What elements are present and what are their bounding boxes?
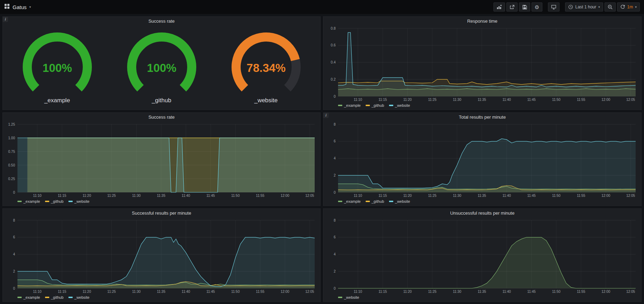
panel-title[interactable]: Success rate xyxy=(148,18,175,24)
panel-info-icon[interactable]: i xyxy=(3,17,8,22)
panel-response-time: Response time 00.20.40.60.811:1011:1511:… xyxy=(323,16,642,110)
svg-text:11:20: 11:20 xyxy=(82,290,91,294)
success-rate-chart[interactable]: 00.250.500.751.001.2511:1011:1511:2011:2… xyxy=(5,121,318,198)
svg-text:11:40: 11:40 xyxy=(503,194,511,198)
zoom-out-button[interactable] xyxy=(605,2,616,12)
navbar-left: Gatus ▾ xyxy=(4,3,31,10)
svg-text:0.50: 0.50 xyxy=(8,163,15,167)
successful-results-chart[interactable]: 0246811:1011:1511:2011:2511:3011:3511:40… xyxy=(5,217,318,294)
gauge-value: 78.34% xyxy=(247,61,286,74)
svg-text:0.4: 0.4 xyxy=(331,60,336,64)
svg-text:12:00: 12:00 xyxy=(601,194,610,198)
legend-item-_github[interactable]: _github xyxy=(366,199,384,203)
panel-header[interactable]: Response time xyxy=(323,17,641,25)
save-button[interactable] xyxy=(519,2,530,12)
chevron-down-icon: ▾ xyxy=(635,5,637,9)
panel-header[interactable]: Successful results per minute xyxy=(3,209,320,217)
svg-text:4: 4 xyxy=(334,156,336,160)
settings-button[interactable]: ⚙ xyxy=(532,2,542,12)
legend-item-_example[interactable]: _example xyxy=(17,199,40,203)
svg-text:11:25: 11:25 xyxy=(428,194,437,198)
legend-item-_website[interactable]: _website xyxy=(338,295,359,299)
svg-text:11:10: 11:10 xyxy=(354,290,363,294)
legend-item-_github[interactable]: _github xyxy=(45,295,64,299)
legend-label: _example xyxy=(23,295,40,299)
svg-text:0: 0 xyxy=(13,191,15,194)
svg-text:1.25: 1.25 xyxy=(8,123,15,126)
svg-text:11:45: 11:45 xyxy=(206,290,215,294)
gauge-_example: 100%_example xyxy=(8,31,106,104)
legend-item-_website[interactable]: _website xyxy=(68,199,89,203)
svg-text:2: 2 xyxy=(334,269,336,273)
chevron-down-icon[interactable]: ▾ xyxy=(29,5,31,9)
legend-item-_example[interactable]: _example xyxy=(338,103,361,107)
legend-color-swatch xyxy=(338,297,342,298)
legend-item-_website[interactable]: _website xyxy=(389,199,410,203)
add-panel-button[interactable] xyxy=(493,2,505,12)
legend-item-_website[interactable]: _website xyxy=(389,103,410,107)
time-range-picker-button[interactable]: Last 1 hour ▾ xyxy=(565,2,603,12)
total-results-chart[interactable]: 0246811:1011:1511:2011:2511:3011:3511:40… xyxy=(325,121,639,198)
legend-label: _example xyxy=(23,199,40,203)
panel-header[interactable]: Unsuccessful results per minute xyxy=(323,209,641,217)
panel-title[interactable]: Response time xyxy=(467,18,498,24)
legend-color-swatch xyxy=(389,201,393,202)
gauge-arc: 100% xyxy=(113,31,211,96)
legend-label: _github xyxy=(51,199,64,203)
panel-header[interactable]: Success rate xyxy=(3,17,320,25)
panel-title[interactable]: Total results per minute xyxy=(459,114,506,120)
svg-text:0.6: 0.6 xyxy=(331,43,336,47)
svg-text:11:35: 11:35 xyxy=(478,98,486,102)
svg-text:8: 8 xyxy=(334,123,336,126)
refresh-interval-label: 1m xyxy=(627,5,633,9)
svg-text:12:05: 12:05 xyxy=(626,290,635,294)
svg-text:11:55: 11:55 xyxy=(256,194,265,198)
legend-label: _website xyxy=(74,295,89,299)
legend-item-_example[interactable]: _example xyxy=(338,199,361,203)
legend-item-_example[interactable]: _example xyxy=(17,295,40,299)
legend-label: _github xyxy=(51,295,64,299)
share-button[interactable] xyxy=(506,2,518,12)
legend-label: _website xyxy=(395,103,410,107)
panel-title[interactable]: Unsuccessful results per minute xyxy=(450,210,514,216)
legend-item-_github[interactable]: _github xyxy=(366,103,384,107)
total-results-per-minute-svg: 0246811:1011:1511:2011:2511:3011:3511:40… xyxy=(325,121,639,198)
chart-legend: _example_github_website xyxy=(325,198,639,205)
panel-title[interactable]: Success rate xyxy=(148,114,175,120)
svg-text:12:05: 12:05 xyxy=(305,290,314,294)
unsuccessful-results-chart[interactable]: 0246811:1011:1511:2011:2511:3011:3511:40… xyxy=(325,217,639,294)
svg-text:11:30: 11:30 xyxy=(132,194,141,198)
svg-text:11:35: 11:35 xyxy=(478,194,486,198)
panel-body: 0246811:1011:1511:2011:2511:3011:3511:40… xyxy=(323,217,641,302)
share-icon xyxy=(510,5,514,9)
save-icon xyxy=(522,5,527,9)
svg-text:11:45: 11:45 xyxy=(206,194,215,198)
legend-label: _example xyxy=(344,103,361,107)
time-range-label: Last 1 hour xyxy=(575,5,596,9)
response-time-chart[interactable]: 00.20.40.60.811:1011:1511:2011:2511:3011… xyxy=(325,25,639,102)
svg-text:11:50: 11:50 xyxy=(231,194,240,198)
svg-text:11:10: 11:10 xyxy=(354,194,363,198)
svg-text:11:45: 11:45 xyxy=(527,194,536,198)
panel-header[interactable]: Success rate xyxy=(3,113,320,121)
panel-successful-results: Successful results per minute 0246811:10… xyxy=(2,208,321,302)
svg-text:11:10: 11:10 xyxy=(33,290,42,294)
svg-text:11:15: 11:15 xyxy=(58,194,67,198)
dashboard-grid-icon[interactable] xyxy=(4,3,10,10)
legend-item-_website[interactable]: _website xyxy=(68,295,89,299)
dashboard-title[interactable]: Gatus xyxy=(13,4,27,10)
legend-label: _example xyxy=(344,199,361,203)
svg-text:0.8: 0.8 xyxy=(331,27,336,30)
panel-header[interactable]: Total results per minute xyxy=(323,113,641,121)
panel-info-icon[interactable]: i xyxy=(323,113,329,118)
svg-text:11:30: 11:30 xyxy=(453,194,462,198)
refresh-button[interactable]: 1m ▾ xyxy=(617,2,640,12)
legend-item-_github[interactable]: _github xyxy=(45,199,64,203)
refresh-icon xyxy=(620,5,625,9)
panel-success-rate-graph: Success rate 00.250.500.751.001.2511:101… xyxy=(2,112,321,206)
svg-text:11:40: 11:40 xyxy=(182,290,190,294)
panel-title[interactable]: Successful results per minute xyxy=(132,210,191,216)
clock-icon xyxy=(568,5,573,9)
svg-text:12:00: 12:00 xyxy=(601,98,610,102)
tv-mode-button[interactable] xyxy=(548,2,559,12)
